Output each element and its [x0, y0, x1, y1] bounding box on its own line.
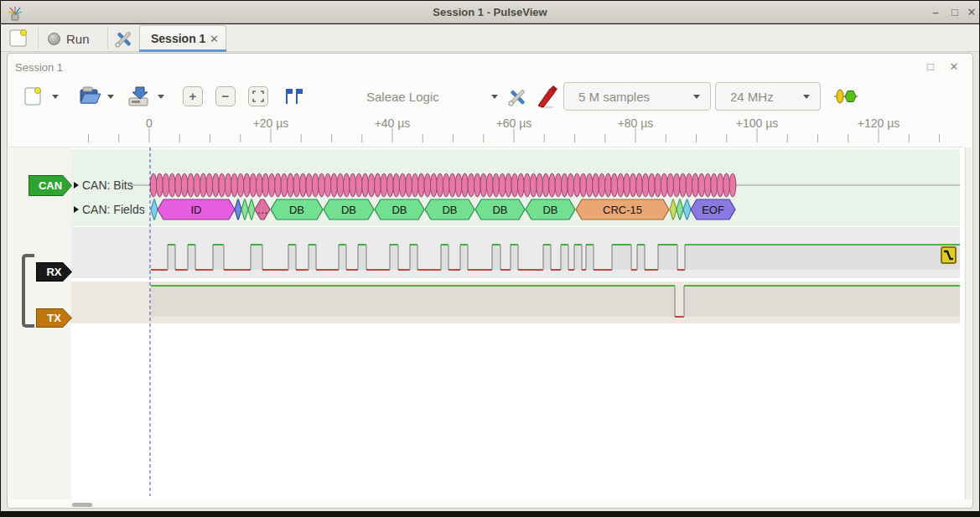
open-file-button[interactable] [78, 85, 101, 107]
minimize-button[interactable]: – [927, 6, 944, 18]
row-label-text: CAN: Fields [82, 203, 145, 216]
expander-icon[interactable] [74, 182, 79, 189]
tab-close-icon[interactable]: ✕ [210, 33, 219, 45]
toolbar-separator [107, 28, 108, 49]
run-led-icon [48, 33, 60, 45]
pulseview-window: Session 1 - PulseView – □ ✕ Run Session … [0, 0, 980, 517]
sample-rate-value: 24 MHz [730, 90, 774, 104]
save-dropdown-arrow[interactable] [158, 95, 164, 99]
zoom-fit-button[interactable] [248, 86, 268, 106]
expander-icon[interactable] [74, 206, 79, 213]
panel-close-button[interactable]: ✕ [946, 60, 962, 73]
tab-session-1[interactable]: Session 1 ✕ [139, 25, 226, 52]
sample-count-select[interactable]: 5 M samples [563, 82, 711, 111]
panel-float-button[interactable]: □ [922, 60, 939, 73]
tab-label: Session 1 [151, 32, 205, 45]
save-button[interactable] [126, 85, 151, 108]
channels-probe-icon[interactable] [535, 84, 560, 109]
sample-rate-select[interactable]: 24 MHz [715, 82, 821, 111]
device-config-icon[interactable] [506, 85, 529, 109]
show-cursors-button[interactable] [283, 85, 305, 107]
sample-count-value: 5 M samples [578, 90, 650, 104]
run-label: Run [66, 32, 90, 46]
rx-row-band [71, 227, 960, 278]
tx-row-band [71, 282, 960, 323]
zoom-fit-icon [252, 90, 264, 102]
horizontal-scrollbar-thumb[interactable] [72, 503, 92, 507]
falling-edge-trigger-icon[interactable] [941, 246, 957, 264]
vertical-scrollbar[interactable] [965, 147, 972, 499]
tx-tag-label: TX [47, 312, 61, 324]
can-tag-label: CAN [39, 179, 62, 192]
session-panel-title: Session 1 [15, 61, 63, 74]
run-button[interactable]: Run [48, 28, 103, 49]
window-title: Session 1 - PulseView [1, 6, 979, 18]
device-name: Saleae Logic [366, 90, 439, 104]
can-decoder-tag[interactable]: CAN [29, 175, 72, 196]
zoom-in-button[interactable]: + [183, 86, 203, 106]
rx-tag-label: RX [46, 266, 61, 278]
row-label-text: CAN: Bits [82, 178, 133, 192]
new-file-dropdown-arrow[interactable] [52, 95, 59, 99]
row-can-bits[interactable]: CAN: Bits [74, 178, 133, 192]
row-can-fields[interactable]: CAN: Fields [74, 203, 145, 216]
sample-count-dropdown-arrow [693, 95, 700, 99]
new-file-button[interactable] [23, 85, 43, 107]
open-file-dropdown-arrow[interactable] [107, 95, 114, 99]
device-dropdown-arrow [491, 95, 498, 99]
channel-group-bracket [22, 254, 34, 328]
new-session-button[interactable] [8, 28, 29, 49]
device-selector[interactable]: Saleae Logic [352, 82, 503, 111]
add-decoder-button[interactable] [833, 87, 858, 106]
maximize-button[interactable]: □ [946, 6, 963, 18]
sample-rate-dropdown-arrow [803, 95, 810, 99]
decoder-row-band [71, 149, 960, 226]
zoom-out-button[interactable]: − [215, 86, 236, 106]
toolbar-separator [38, 28, 39, 49]
settings-icon[interactable] [112, 28, 135, 50]
close-button[interactable]: ✕ [963, 6, 980, 18]
title-bar[interactable]: Session 1 - PulseView – □ ✕ [1, 1, 979, 23]
